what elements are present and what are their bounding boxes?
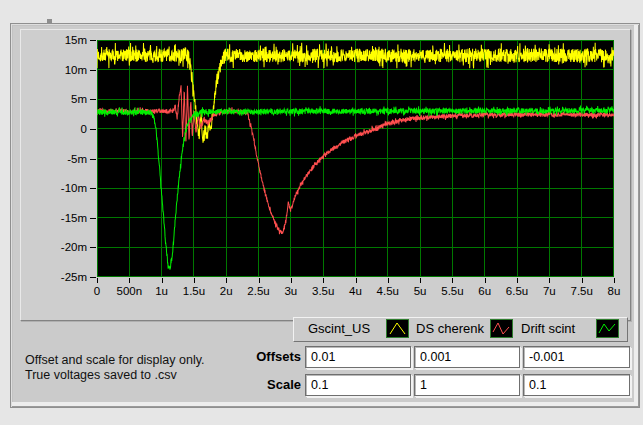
x-tick-mark xyxy=(291,278,292,283)
legend-label-drift-scint[interactable]: Drift scint xyxy=(521,321,575,337)
scale-field-3 xyxy=(523,374,630,396)
offset-field-1 xyxy=(305,346,411,368)
main-panel: 15m10m5m0-5m-10m-15m-20m-25m 0500n1u1.5u… xyxy=(10,23,640,408)
y-tick-mark xyxy=(90,188,96,189)
legend-icon-ds-cherenk[interactable] xyxy=(490,319,513,338)
waveform-graph: 15m10m5m0-5m-10m-15m-20m-25m 0500n1u1.5u… xyxy=(20,29,631,321)
x-tick-label: 3.5u xyxy=(312,284,334,298)
scale-input-2[interactable] xyxy=(415,375,519,395)
y-tick-mark xyxy=(90,247,96,248)
note-line-1: Offset and scale for display only. xyxy=(25,353,205,368)
legend-icon-gscint-us[interactable] xyxy=(386,319,409,338)
x-tick-mark xyxy=(614,278,615,283)
y-tick-label: 15m xyxy=(31,33,87,47)
offset-input-2[interactable] xyxy=(415,347,519,367)
x-tick-mark xyxy=(388,278,389,283)
offset-field-2 xyxy=(414,346,520,368)
offset-input-1[interactable] xyxy=(306,347,410,367)
y-tick-mark xyxy=(90,129,96,130)
x-tick-mark xyxy=(323,278,324,283)
x-tick-label: 4u xyxy=(349,284,362,298)
x-tick-label: 4.5u xyxy=(377,284,399,298)
x-tick-label: 1u xyxy=(155,284,168,298)
y-tick-label: 0 xyxy=(31,122,87,136)
x-tick-label: 2.5u xyxy=(247,284,269,298)
x-tick-label: 6.5u xyxy=(506,284,528,298)
y-tick-mark xyxy=(90,218,96,219)
y-tick-label: -10m xyxy=(31,181,87,195)
scale-input-3[interactable] xyxy=(524,375,629,395)
x-tick-mark xyxy=(356,278,357,283)
note-line-2: True voltages saved to .csv xyxy=(25,368,205,383)
y-tick-label: -25m xyxy=(31,270,87,284)
x-tick-label: 0 xyxy=(94,284,100,298)
x-tick-mark xyxy=(549,278,550,283)
y-tick-label: 5m xyxy=(31,92,87,106)
y-tick-label: -5m xyxy=(31,152,87,166)
offset-input-3[interactable] xyxy=(524,347,629,367)
offset-field-3 xyxy=(523,346,630,368)
x-tick-label: 2u xyxy=(220,284,233,298)
x-tick-mark xyxy=(582,278,583,283)
y-tick-label: 10m xyxy=(31,63,87,77)
x-tick-mark xyxy=(194,278,195,283)
x-tick-label: 3u xyxy=(284,284,297,298)
x-tick-mark xyxy=(452,278,453,283)
x-tick-mark xyxy=(485,278,486,283)
scale-field-1 xyxy=(305,374,411,396)
x-tick-mark xyxy=(226,278,227,283)
x-tick-label: 5.5u xyxy=(441,284,463,298)
y-tick-mark xyxy=(90,99,96,100)
display-note: Offset and scale for display only. True … xyxy=(25,353,205,383)
x-tick-label: 5u xyxy=(414,284,427,298)
legend-icon-drift-scint[interactable] xyxy=(596,319,619,338)
y-tick-mark xyxy=(90,159,96,160)
legend-label-gscint-us[interactable]: Gscint_US xyxy=(308,321,370,337)
y-tick-label: -20m xyxy=(31,240,87,254)
x-tick-mark xyxy=(420,278,421,283)
x-tick-label: 7u xyxy=(543,284,556,298)
offsets-label: Offsets xyxy=(191,349,301,365)
x-tick-mark xyxy=(517,278,518,283)
x-tick-label: 8u xyxy=(608,284,621,298)
scale-field-2 xyxy=(414,374,520,396)
y-tick-mark xyxy=(90,70,96,71)
x-tick-mark xyxy=(162,278,163,283)
y-tick-mark xyxy=(90,40,96,41)
x-tick-mark xyxy=(129,278,130,283)
x-tick-label: 6u xyxy=(478,284,491,298)
x-tick-mark xyxy=(259,278,260,283)
x-tick-label: 7.5u xyxy=(570,284,592,298)
x-tick-mark xyxy=(97,278,98,283)
scale-label: Scale xyxy=(191,377,301,393)
plot-legend: Gscint_USDS cherenkDrift scint xyxy=(293,317,628,342)
x-tick-label: 1.5u xyxy=(183,284,205,298)
y-tick-mark xyxy=(90,277,96,278)
y-tick-label: -15m xyxy=(31,211,87,225)
legend-label-ds-cherenk[interactable]: DS cherenk xyxy=(416,321,484,337)
x-tick-label: 500n xyxy=(117,284,143,298)
plot-area xyxy=(97,40,614,277)
scale-input-1[interactable] xyxy=(306,375,410,395)
